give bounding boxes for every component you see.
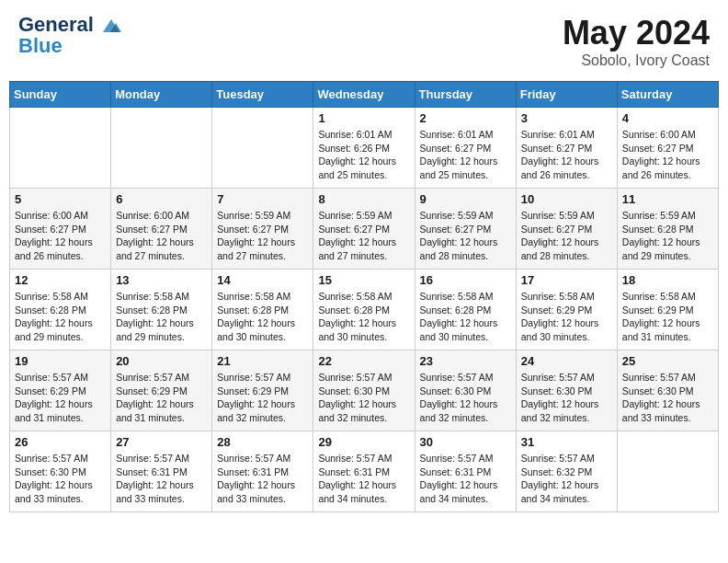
day-info: Sunrise: 5:57 AMSunset: 6:30 PMDaylight:… — [420, 371, 511, 425]
weekday-sunday: Sunday — [10, 82, 111, 108]
day-info: Sunrise: 5:57 AMSunset: 6:31 PMDaylight:… — [318, 452, 409, 506]
day-number: 2 — [420, 111, 511, 125]
day-cell: 31Sunrise: 5:57 AMSunset: 6:32 PMDayligh… — [516, 431, 617, 512]
day-cell: 16Sunrise: 5:58 AMSunset: 6:28 PMDayligh… — [415, 270, 516, 350]
day-number: 28 — [217, 435, 308, 449]
day-number: 11 — [622, 192, 713, 206]
day-number: 1 — [318, 111, 409, 125]
day-number: 25 — [622, 354, 713, 368]
weekday-tuesday: Tuesday — [212, 82, 313, 108]
day-cell: 24Sunrise: 5:57 AMSunset: 6:30 PMDayligh… — [516, 350, 617, 431]
day-cell: 7Sunrise: 5:59 AMSunset: 6:27 PMDaylight… — [212, 189, 313, 270]
day-number: 13 — [116, 273, 207, 287]
day-number: 26 — [15, 435, 106, 449]
day-number: 7 — [217, 192, 308, 206]
day-info: Sunrise: 5:57 AMSunset: 6:30 PMDaylight:… — [15, 452, 106, 506]
day-cell: 5Sunrise: 6:00 AMSunset: 6:27 PMDaylight… — [10, 189, 111, 270]
day-cell: 1Sunrise: 6:01 AMSunset: 6:26 PMDaylight… — [313, 108, 415, 189]
day-number: 6 — [116, 192, 207, 206]
day-cell — [212, 108, 313, 189]
weekday-friday: Friday — [516, 82, 617, 108]
logo-blue: Blue — [18, 36, 121, 56]
day-cell — [617, 431, 718, 512]
day-number: 10 — [521, 192, 612, 206]
day-info: Sunrise: 5:57 AMSunset: 6:31 PMDaylight:… — [217, 452, 308, 506]
day-info: Sunrise: 6:00 AMSunset: 6:27 PMDaylight:… — [15, 209, 106, 263]
weekday-thursday: Thursday — [415, 82, 516, 108]
day-cell: 2Sunrise: 6:01 AMSunset: 6:27 PMDaylight… — [415, 108, 516, 189]
day-info: Sunrise: 5:58 AMSunset: 6:28 PMDaylight:… — [116, 290, 207, 344]
day-number: 16 — [420, 273, 511, 287]
week-row-1: 1Sunrise: 6:01 AMSunset: 6:26 PMDaylight… — [10, 108, 719, 189]
day-info: Sunrise: 5:58 AMSunset: 6:28 PMDaylight:… — [15, 290, 106, 344]
day-cell: 4Sunrise: 6:00 AMSunset: 6:27 PMDaylight… — [617, 108, 718, 189]
day-number: 31 — [521, 435, 612, 449]
day-cell: 17Sunrise: 5:58 AMSunset: 6:29 PMDayligh… — [516, 270, 617, 350]
day-cell: 15Sunrise: 5:58 AMSunset: 6:28 PMDayligh… — [313, 270, 415, 350]
day-cell: 28Sunrise: 5:57 AMSunset: 6:31 PMDayligh… — [212, 431, 313, 512]
day-number: 5 — [15, 192, 106, 206]
week-row-3: 12Sunrise: 5:58 AMSunset: 6:28 PMDayligh… — [10, 270, 719, 350]
day-cell: 14Sunrise: 5:58 AMSunset: 6:28 PMDayligh… — [212, 270, 313, 350]
day-number: 19 — [15, 354, 106, 368]
week-row-4: 19Sunrise: 5:57 AMSunset: 6:29 PMDayligh… — [10, 350, 719, 431]
day-number: 30 — [420, 435, 511, 449]
day-info: Sunrise: 5:57 AMSunset: 6:29 PMDaylight:… — [15, 371, 106, 425]
day-cell — [10, 108, 111, 189]
day-number: 20 — [116, 354, 207, 368]
day-info: Sunrise: 6:01 AMSunset: 6:27 PMDaylight:… — [420, 128, 511, 182]
day-cell — [111, 108, 212, 189]
day-number: 15 — [318, 273, 409, 287]
day-info: Sunrise: 5:59 AMSunset: 6:27 PMDaylight:… — [420, 209, 511, 263]
day-number: 12 — [15, 273, 106, 287]
day-cell: 30Sunrise: 5:57 AMSunset: 6:31 PMDayligh… — [415, 431, 516, 512]
day-info: Sunrise: 5:57 AMSunset: 6:30 PMDaylight:… — [318, 371, 409, 425]
weekday-monday: Monday — [111, 82, 212, 108]
day-cell: 25Sunrise: 5:57 AMSunset: 6:30 PMDayligh… — [617, 350, 718, 431]
day-cell: 18Sunrise: 5:58 AMSunset: 6:29 PMDayligh… — [617, 270, 718, 350]
day-cell: 20Sunrise: 5:57 AMSunset: 6:29 PMDayligh… — [111, 350, 212, 431]
day-cell: 29Sunrise: 5:57 AMSunset: 6:31 PMDayligh… — [313, 431, 415, 512]
day-number: 23 — [420, 354, 511, 368]
day-info: Sunrise: 5:57 AMSunset: 6:30 PMDaylight:… — [521, 371, 612, 425]
day-info: Sunrise: 5:57 AMSunset: 6:31 PMDaylight:… — [116, 452, 207, 506]
day-cell: 26Sunrise: 5:57 AMSunset: 6:30 PMDayligh… — [10, 431, 111, 512]
day-cell: 8Sunrise: 5:59 AMSunset: 6:27 PMDaylight… — [313, 189, 415, 270]
day-cell: 19Sunrise: 5:57 AMSunset: 6:29 PMDayligh… — [10, 350, 111, 431]
day-cell: 11Sunrise: 5:59 AMSunset: 6:28 PMDayligh… — [617, 189, 718, 270]
day-cell: 3Sunrise: 6:01 AMSunset: 6:27 PMDaylight… — [516, 108, 617, 189]
day-number: 24 — [521, 354, 612, 368]
location: Sobolo, Ivory Coast — [563, 52, 710, 69]
day-number: 9 — [420, 192, 511, 206]
day-number: 27 — [116, 435, 207, 449]
week-row-2: 5Sunrise: 6:00 AMSunset: 6:27 PMDaylight… — [10, 189, 719, 270]
day-cell: 9Sunrise: 5:59 AMSunset: 6:27 PMDaylight… — [415, 189, 516, 270]
day-info: Sunrise: 6:01 AMSunset: 6:26 PMDaylight:… — [318, 128, 409, 182]
day-number: 17 — [521, 273, 612, 287]
day-cell: 12Sunrise: 5:58 AMSunset: 6:28 PMDayligh… — [10, 270, 111, 350]
weekday-saturday: Saturday — [617, 82, 718, 108]
day-number: 3 — [521, 111, 612, 125]
day-number: 18 — [622, 273, 713, 287]
title-block: May 2024 Sobolo, Ivory Coast — [563, 14, 710, 69]
logo-icon — [101, 16, 121, 36]
logo-text: General — [18, 14, 121, 36]
day-number: 29 — [318, 435, 409, 449]
day-info: Sunrise: 5:59 AMSunset: 6:27 PMDaylight:… — [318, 209, 409, 263]
day-info: Sunrise: 5:59 AMSunset: 6:27 PMDaylight:… — [521, 209, 612, 263]
day-info: Sunrise: 5:59 AMSunset: 6:28 PMDaylight:… — [622, 209, 713, 263]
day-number: 14 — [217, 273, 308, 287]
day-info: Sunrise: 5:57 AMSunset: 6:29 PMDaylight:… — [217, 371, 308, 425]
day-cell: 6Sunrise: 6:00 AMSunset: 6:27 PMDaylight… — [111, 189, 212, 270]
day-number: 8 — [318, 192, 409, 206]
weekday-header-row: SundayMondayTuesdayWednesdayThursdayFrid… — [10, 82, 719, 108]
day-cell: 22Sunrise: 5:57 AMSunset: 6:30 PMDayligh… — [313, 350, 415, 431]
day-info: Sunrise: 5:58 AMSunset: 6:28 PMDaylight:… — [420, 290, 511, 344]
day-cell: 21Sunrise: 5:57 AMSunset: 6:29 PMDayligh… — [212, 350, 313, 431]
day-info: Sunrise: 5:58 AMSunset: 6:29 PMDaylight:… — [521, 290, 612, 344]
day-info: Sunrise: 6:00 AMSunset: 6:27 PMDaylight:… — [116, 209, 207, 263]
day-info: Sunrise: 5:57 AMSunset: 6:32 PMDaylight:… — [521, 452, 612, 506]
month-year: May 2024 — [563, 14, 710, 52]
day-cell: 13Sunrise: 5:58 AMSunset: 6:28 PMDayligh… — [111, 270, 212, 350]
day-cell: 10Sunrise: 5:59 AMSunset: 6:27 PMDayligh… — [516, 189, 617, 270]
